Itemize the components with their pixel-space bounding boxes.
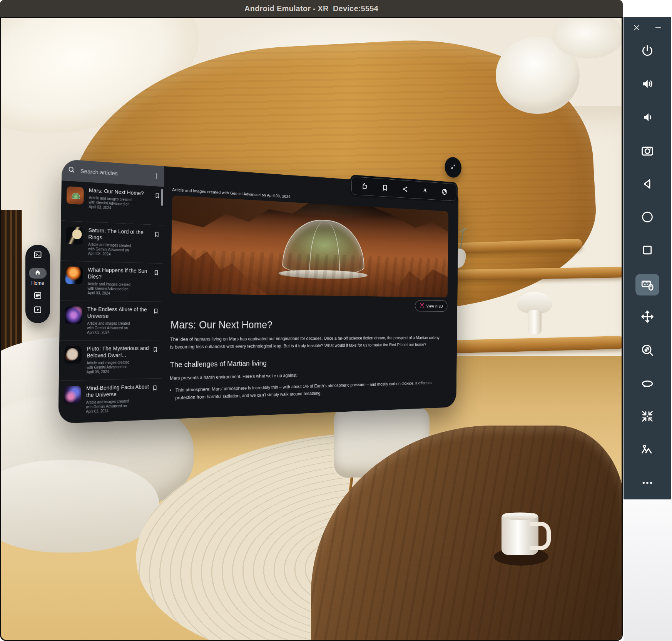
toolbar-screenshot-button[interactable]	[638, 141, 657, 160]
language-icon[interactable]	[441, 188, 448, 196]
article-subtitle: Article and images created with Gemini A…	[88, 242, 135, 258]
article-thumbnail	[67, 186, 84, 205]
article-heading: Mars: Our Next Home?	[171, 319, 447, 331]
view-in-3d-button[interactable]: View in 3D	[415, 300, 447, 311]
article-title: Mars: Our Next Home?	[89, 187, 152, 197]
article-list-item[interactable]: The Endless Allure of the Universe Artic…	[59, 300, 162, 341]
article-title: The Endless Allure of the Universe	[87, 306, 151, 320]
article-subtitle: Article and images created with Gemini A…	[86, 399, 133, 414]
dock-home-label: Home	[31, 280, 44, 286]
article-bullet: Thin atmosphere: Mars' atmosphere is inc…	[169, 379, 438, 402]
section-intro: Mars presents a harsh environment. Here'…	[170, 369, 446, 381]
bookmark-icon[interactable]	[152, 384, 158, 391]
view-in-ar-icon	[420, 302, 424, 309]
article-intro: The idea of humans living on Mars has ca…	[170, 334, 442, 351]
media-icon[interactable]	[33, 305, 42, 314]
article-thumbnail	[64, 346, 82, 364]
toolbar-reset-view-button[interactable]	[638, 407, 657, 426]
bookmark-icon[interactable]	[153, 308, 159, 314]
articles-icon[interactable]	[33, 291, 42, 300]
toolbar-rotate-view-button[interactable]	[638, 374, 657, 393]
article-title: Saturn: The Lord of the Rings	[88, 227, 152, 243]
like-icon[interactable]	[361, 182, 368, 190]
article-view: Article and images created with Gemini A…	[161, 166, 458, 419]
article-thumbnail	[65, 266, 83, 284]
hero-image	[171, 195, 448, 297]
article-title: Pluto: The Mysterious and Beloved Dwarf.…	[87, 345, 150, 359]
bookmark-icon[interactable]	[153, 269, 159, 276]
terminal-icon[interactable]	[33, 250, 42, 259]
article-title: Mind-Bending Facts About the Universe	[86, 383, 150, 399]
minimize-button[interactable]	[653, 23, 663, 33]
dock-item-home[interactable]	[29, 268, 47, 279]
xr-scene-viewport[interactable]: Home Search articles Mars: Our Next Home…	[0, 17, 623, 641]
reader-app-window: Search articles Mars: Our Next Home? Art…	[58, 159, 458, 424]
toolbar-more-options-button[interactable]	[638, 473, 657, 492]
toolbar-power-button[interactable]	[638, 41, 657, 60]
article-list-item[interactable]: Saturn: The Lord of the Rings Article an…	[60, 220, 164, 263]
toolbar-volume-up-button[interactable]	[638, 74, 657, 93]
toolbar-volume-down-button[interactable]	[638, 108, 657, 127]
section-heading: The challenges of Martian living	[170, 356, 446, 369]
article-subtitle: Article and images created with Gemini A…	[87, 321, 134, 335]
article-sidebar: Search articles Mars: Our Next Home? Art…	[58, 159, 164, 424]
article-subtitle: Article and images created with Gemini A…	[87, 360, 134, 375]
article-thumbnail	[65, 306, 82, 324]
search-input[interactable]: Search articles	[80, 168, 153, 179]
toolbar-move-view-button[interactable]	[638, 307, 657, 326]
bookmark-icon[interactable]	[152, 346, 158, 353]
article-subtitle: Article and images created with Gemini A…	[89, 195, 135, 212]
home-icon	[34, 269, 41, 277]
bookmark-icon[interactable]	[382, 184, 389, 192]
toolbar-overview-button[interactable]	[638, 240, 657, 260]
share-icon[interactable]	[402, 185, 408, 194]
article-subtitle: Article and images created with Gemini A…	[87, 282, 134, 296]
window-title: Android Emulator - XR_Device:5554	[244, 4, 378, 13]
toolbar-back-button[interactable]	[638, 174, 657, 194]
sidebar-scrollbar[interactable]	[161, 189, 163, 206]
emulator-toolbar	[624, 17, 671, 499]
search-icon	[68, 165, 75, 175]
hero-ground	[171, 249, 448, 297]
close-button[interactable]	[632, 23, 642, 33]
toolbar-background	[624, 499, 672, 641]
app-dock[interactable]: Home	[25, 245, 50, 323]
toolbar-resize-view-button[interactable]	[638, 341, 657, 360]
collapse-window-icon	[450, 163, 456, 172]
article-thumbnail	[64, 386, 81, 404]
bookmark-icon[interactable]	[154, 192, 160, 199]
article-list-item[interactable]: Pluto: The Mysterious and Beloved Dwarf.…	[59, 340, 162, 381]
window-titlebar[interactable]: Android Emulator - XR_Device:5554	[0, 0, 623, 17]
svg-text:A: A	[423, 187, 427, 194]
article-list-item[interactable]: What Happens if the Sun Dies? Article an…	[60, 260, 163, 302]
article-list: Mars: Our Next Home? Article and images …	[58, 180, 164, 424]
toolbar-keyboard-mouse-input-button[interactable]	[635, 274, 659, 295]
article-title: What Happens if the Sun Dies?	[88, 266, 151, 281]
view-in-3d-label: View in 3D	[426, 304, 443, 309]
article-list-item[interactable]: Mind-Bending Facts About the Universe Ar…	[58, 378, 161, 421]
toolbar-environment-button[interactable]	[638, 440, 657, 459]
article-list-item[interactable]: Mars: Our Next Home? Article and images …	[61, 180, 164, 225]
couch-front-cushion	[0, 460, 159, 553]
toolbar-home-button[interactable]	[638, 207, 657, 227]
article-thumbnail	[66, 227, 83, 245]
bookmark-icon[interactable]	[154, 231, 160, 238]
overflow-menu-icon[interactable]	[153, 172, 160, 180]
text-format-icon[interactable]: A	[422, 186, 428, 194]
mug	[501, 513, 538, 555]
